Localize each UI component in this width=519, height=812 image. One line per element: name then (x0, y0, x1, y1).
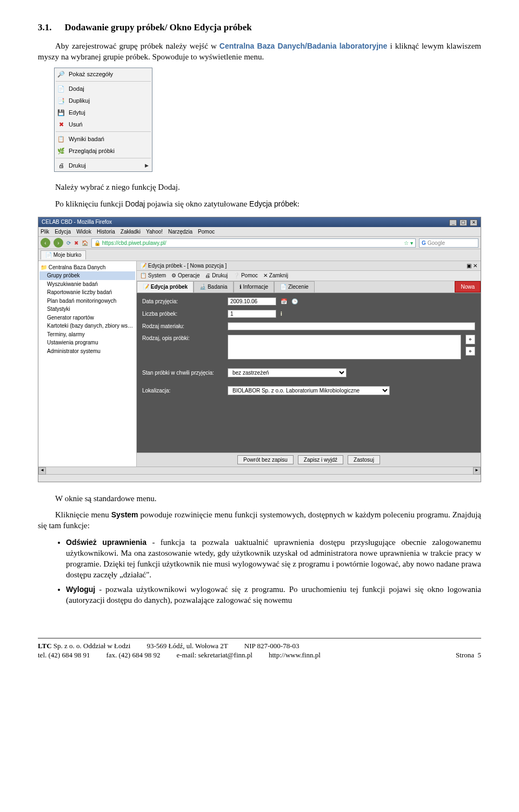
menu-yahoo[interactable]: Yahoo! (146, 228, 163, 236)
browser-tab[interactable]: 📄 Moje biurko (41, 250, 86, 259)
subbar-print[interactable]: 🖨 Drukuj (205, 272, 228, 279)
subbar-system[interactable]: 📋 System (140, 272, 166, 279)
magnifier-icon: 🔎 (57, 70, 65, 78)
close-icon[interactable]: ✕ (470, 219, 477, 226)
mtab-label: Zlecenie (288, 284, 309, 290)
tree-item[interactable]: Raportowanie liczby badań (39, 288, 135, 297)
back-icon[interactable]: ‹ (41, 238, 50, 248)
ctx-label: Wyniki badań (69, 135, 104, 143)
tree-label: Kartoteki (bazy danych, zbiory wspomag (47, 323, 135, 329)
tree-item[interactable]: Ustawienia programu (39, 338, 135, 347)
tree-label: Wyszukiwanie badań (47, 281, 98, 287)
section-heading: 3.1.Dodawanie grupy próbek/ Okno Edycja … (38, 22, 481, 34)
window-buttons: _ ▢ ✕ (448, 218, 477, 226)
search-box[interactable]: G Google (419, 238, 478, 248)
picker-icon[interactable]: ⌖ (465, 347, 475, 356)
tree-item[interactable]: Statystyki (39, 305, 135, 314)
h-scrollbar[interactable]: ◄ ► (38, 467, 481, 474)
window-title: CELAB CBD - Mozilla Firefox (42, 218, 112, 226)
bullet-refresh: Odśwież uprawnienia - funkcja ta pozwala… (66, 537, 481, 581)
ctx-edit[interactable]: 💾Edytuj (55, 107, 152, 118)
clock-icon[interactable]: 🕒 (291, 298, 298, 305)
reload-icon[interactable]: ⟳ (66, 239, 71, 247)
footer-email: e-mail: sekretariat@finn.pl (176, 651, 252, 660)
ctx-separator (56, 158, 151, 158)
tree-root[interactable]: 📁 Centralna Baza Danych (39, 263, 135, 272)
tree-label: Generator raportów (47, 315, 94, 321)
count-label: Liczba próbek: (142, 310, 223, 318)
picker-icon[interactable]: ⌖ (465, 335, 475, 344)
subbar-close[interactable]: ✕ Zamknij (263, 272, 288, 279)
desc-field[interactable] (228, 335, 461, 360)
save-exit-button[interactable]: Zapisz i wyjdź (298, 455, 343, 464)
location-select[interactable]: BIOLABOR Sp. z o.o. Laboratorium Mikrobi… (228, 386, 390, 395)
subbar-label: Drukuj (212, 272, 228, 278)
tree-item-grupy[interactable]: Grupy próbek (39, 271, 135, 280)
footer-company: LTC Sp. z o. o. Oddział w Łodzi (38, 642, 130, 651)
tree-item[interactable]: Administrator systemu (39, 347, 135, 356)
scroll-right-icon[interactable]: ► (473, 467, 481, 475)
footer-company-rest: Sp. z o. o. Oddział w Łodzi (52, 642, 131, 650)
intro-paragraph: Aby zarejestrować grupę próbek należy we… (38, 41, 481, 63)
footer-company-bold: LTC (38, 642, 52, 650)
menu-edit[interactable]: Edycja (55, 228, 71, 236)
menu-tools[interactable]: Narzędzia (168, 228, 192, 236)
menu-bookmarks[interactable]: Zakładki (121, 228, 141, 236)
ctx-print[interactable]: 🖨Drukuj▶ (55, 159, 152, 171)
minimize-icon[interactable]: _ (449, 219, 457, 226)
subbar-label: System (148, 272, 166, 278)
close-panel-icon[interactable]: ▣ ✕ (467, 262, 477, 270)
forward-icon[interactable]: › (54, 238, 63, 248)
footer-page: Strona 5 (456, 651, 481, 660)
mtab-label: Edycja próbek (151, 284, 188, 290)
menu-view[interactable]: Widok (76, 228, 91, 236)
tab-order[interactable]: 📄 Zlecenie (274, 281, 315, 293)
menu-history[interactable]: Historia (97, 228, 115, 236)
leaf-icon: 🌿 (57, 147, 65, 155)
ctx-label: Pokaż szczegóły (69, 70, 113, 78)
tree-item[interactable]: Generator raportów (39, 314, 135, 322)
maximize-icon[interactable]: ▢ (460, 219, 467, 226)
tree-label: Centralna Baza Danych (49, 264, 106, 270)
stop-icon[interactable]: ✖ (74, 239, 78, 247)
ctx-show-details[interactable]: 🔎Pokaż szczegóły (55, 68, 152, 80)
browser-menubar: Plik Edycja Widok Historia Zakładki Yaho… (38, 227, 481, 237)
count-field[interactable] (228, 310, 276, 318)
apply-button[interactable]: Zastosuj (348, 455, 380, 464)
date-field[interactable] (228, 297, 276, 305)
tab-edit-samples[interactable]: 📝 Edycja próbek (137, 281, 194, 293)
back-nosave-button[interactable]: Powrót bez zapisu (237, 455, 294, 464)
ctx-duplicate[interactable]: 📑Duplikuj (55, 95, 152, 107)
subbar-operations[interactable]: ⚙ Operacje (171, 272, 199, 279)
section-number: 3.1. (38, 22, 52, 32)
ctx-delete[interactable]: ✖Usuń (55, 118, 152, 130)
tree-item[interactable]: Terminy, alarmy (39, 330, 135, 339)
tree-item[interactable]: Plan badań monitoringowych (39, 297, 135, 305)
ctx-browse-samples[interactable]: 🌿Przeglądaj próbki (55, 145, 152, 157)
browser-window: CELAB CBD - Mozilla Firefox _ ▢ ✕ Plik E… (38, 217, 481, 482)
save-icon: 💾 (57, 108, 65, 117)
scroll-left-icon[interactable]: ◄ (38, 467, 46, 475)
tree-label: Statystyki (47, 306, 70, 312)
tab-info[interactable]: ℹ Informacje (234, 281, 274, 293)
menu-help[interactable]: Pomoc (198, 228, 215, 236)
info-icon[interactable]: i (281, 310, 282, 318)
calendar-icon[interactable]: 📅 (281, 298, 287, 305)
copy-icon: 📑 (57, 96, 65, 105)
paragraph-select-dodaj: Należy wybrać z niego funkcję Dodaj. (38, 182, 481, 192)
ctx-results[interactable]: 📋Wyniki badań (55, 133, 152, 145)
tree-item[interactable]: Kartoteki (bazy danych, zbiory wspomag (39, 322, 135, 330)
ctx-add[interactable]: 📄Dodaj (55, 83, 152, 95)
google-icon: G (422, 239, 426, 247)
tab-research[interactable]: 🔬 Badania (194, 281, 233, 293)
paragraph-after-click: Po kliknięciu funkcji Dodaj pojawia się … (38, 198, 481, 209)
menu-file[interactable]: Plik (41, 228, 49, 236)
footer-nip: NIP 827-000-78-03 (244, 642, 300, 651)
p2b-c: pojawia się okno zatytułowane (145, 199, 249, 208)
tree-item[interactable]: Wyszukiwanie badań (39, 280, 135, 289)
subbar-help[interactable]: ❔ Pomoc (233, 272, 258, 279)
material-field[interactable] (228, 322, 475, 330)
url-bar[interactable]: 🔒 https://cbd.piwet.pulawy.pl/ ☆ ▾ (91, 238, 416, 248)
state-select[interactable]: bez zastrzeżeń (228, 368, 347, 377)
home-icon[interactable]: 🏠 (82, 239, 88, 247)
